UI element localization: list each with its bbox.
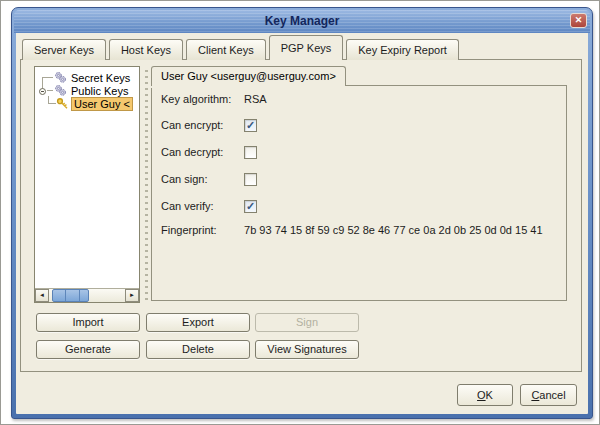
screenshot-frame: Key Manager ✕ Server Keys Host Keys Clie… [0,0,600,425]
cancel-button[interactable]: Cancel [520,384,577,406]
tree-viewport: Secret Keys Public Keys [35,67,139,288]
key-detail-tab[interactable]: User Guy <userguy@userguy.com> [151,66,346,86]
tree-horizontal-scrollbar: ◄ ► [35,288,139,302]
can-sign-row: Can sign: ✓ [161,173,561,187]
keys-icon [54,71,67,84]
key-tree: Secret Keys Public Keys [34,66,140,303]
scroll-right-icon: ► [129,292,135,298]
scrollbar-thumb[interactable] [52,289,89,302]
can-decrypt-checkbox[interactable]: ✓ [244,146,257,159]
field-label: Fingerprint: [161,224,241,236]
tab-bar: Server Keys Host Keys Client Keys PGP Ke… [22,35,462,60]
can-verify-checkbox[interactable]: ✓ [244,200,257,213]
scroll-left-button[interactable]: ◄ [35,289,49,302]
tree-item-label-selected: User Guy < [71,97,133,111]
checkmark-icon: ✓ [246,119,255,132]
field-label: Can encrypt: [161,119,241,131]
tree-item-label: Public Keys [69,85,130,97]
tree-item-user-guy[interactable]: User Guy < [56,97,133,110]
key-detail-panel: Key algorithm: RSA Can encrypt: ✓ Can de… [151,85,567,301]
field-label: Can sign: [161,173,241,185]
tab-server-keys[interactable]: Server Keys [22,39,106,60]
tab-client-keys[interactable]: Client Keys [186,39,266,60]
view-signatures-button[interactable]: View Signatures [255,340,359,359]
close-button[interactable]: ✕ [570,13,587,28]
key-manager-window: Key Manager ✕ Server Keys Host Keys Clie… [11,7,593,419]
scrollbar-track[interactable] [49,289,125,302]
can-sign-checkbox[interactable]: ✓ [244,173,257,186]
tab-host-keys[interactable]: Host Keys [109,39,183,60]
tree-expander-icon[interactable] [39,88,46,95]
field-label: Can verify: [161,200,241,212]
tree-item-label: Secret Keys [69,72,132,84]
can-encrypt-checkbox[interactable]: ✓ [244,119,257,132]
splitpane-divider[interactable] [143,66,150,303]
window-title: Key Manager [14,14,590,28]
field-label: Can decrypt: [161,146,241,158]
field-label: Key algorithm: [161,93,241,105]
ok-button[interactable]: OK [457,384,513,406]
scroll-right-button[interactable]: ► [125,289,139,302]
dialog-content: Server Keys Host Keys Client Keys PGP Ke… [16,33,588,414]
tree-connector-line [48,103,56,104]
tab-pgp-keys[interactable]: PGP Keys [269,35,344,60]
key-algorithm-value: RSA [244,93,267,105]
can-verify-row: Can verify: ✓ [161,200,561,214]
tab-key-expiry-report[interactable]: Key Expiry Report [346,39,459,60]
fingerprint-value: 7b 93 74 15 8f 59 c9 52 8e 46 77 ce 0a 2… [244,224,542,236]
checkmark-icon: ✓ [246,200,255,213]
pgp-keys-panel: Secret Keys Public Keys [20,59,582,372]
keys-icon [54,84,67,97]
fingerprint-row: Fingerprint: 7b 93 74 15 8f 59 c9 52 8e … [161,224,561,238]
tree-connector-line [43,77,53,78]
generate-button[interactable]: Generate [36,340,140,359]
titlebar[interactable]: Key Manager ✕ [14,10,590,33]
scroll-left-icon: ◄ [39,292,45,298]
delete-button[interactable]: Delete [146,340,250,359]
tree-connector-line [47,90,53,91]
key-icon [56,97,69,110]
sign-button[interactable]: Sign [255,313,359,332]
can-decrypt-row: Can decrypt: ✓ [161,146,561,160]
close-icon: ✕ [575,15,583,25]
can-encrypt-row: Can encrypt: ✓ [161,119,561,133]
key-algorithm-row: Key algorithm: RSA [161,93,561,107]
import-button[interactable]: Import [36,313,140,332]
tree-item-public-keys[interactable]: Public Keys [54,84,130,97]
export-button[interactable]: Export [146,313,250,332]
tree-item-secret-keys[interactable]: Secret Keys [54,71,132,84]
